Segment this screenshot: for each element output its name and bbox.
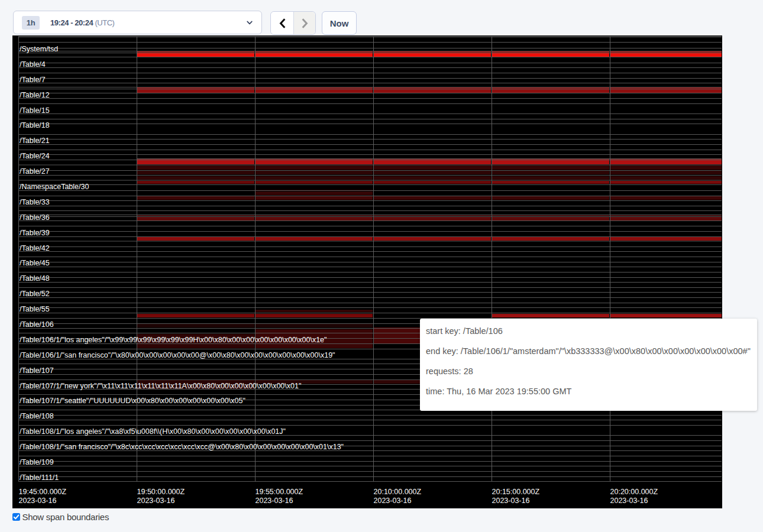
svg-text:/NamespaceTable/30: /NamespaceTable/30 bbox=[20, 183, 89, 191]
svg-text:/Table/42: /Table/42 bbox=[20, 244, 50, 252]
svg-text:/Table/108/1/"los angeles"/"\x: /Table/108/1/"los angeles"/"\xa8\xf5\u00… bbox=[20, 427, 286, 436]
svg-text:/Table/52: /Table/52 bbox=[20, 290, 50, 298]
svg-text:/Table/7: /Table/7 bbox=[20, 76, 46, 84]
svg-text:/Table/48: /Table/48 bbox=[20, 274, 50, 283]
svg-text:/Table/21: /Table/21 bbox=[20, 137, 50, 145]
svg-text:/Table/39: /Table/39 bbox=[20, 229, 50, 237]
svg-text:20:10:00.000Z: 20:10:00.000Z bbox=[374, 488, 422, 496]
svg-text:/Table/4: /Table/4 bbox=[20, 60, 46, 69]
svg-text:/Table/107: /Table/107 bbox=[20, 366, 54, 375]
svg-text:/Table/27: /Table/27 bbox=[20, 167, 50, 176]
svg-text:2023-03-16: 2023-03-16 bbox=[19, 497, 57, 505]
svg-text:/System/tsd: /System/tsd bbox=[20, 45, 58, 53]
svg-text:/Table/107/1/"seattle"/"UUUUUU: /Table/107/1/"seattle"/"UUUUUUD\x00\x80\… bbox=[20, 397, 245, 405]
svg-text:/Table/109: /Table/109 bbox=[20, 458, 54, 466]
svg-text:/Table/12: /Table/12 bbox=[20, 91, 50, 99]
svg-text:/Table/15: /Table/15 bbox=[20, 106, 50, 115]
svg-text:/Table/106/1/"los angeles"/"\x: /Table/106/1/"los angeles"/"\x99\x99\x99… bbox=[20, 336, 326, 344]
svg-text:2023-03-16: 2023-03-16 bbox=[137, 497, 175, 505]
svg-text:20:15:00.000Z: 20:15:00.000Z bbox=[492, 488, 540, 496]
svg-text:/Table/108/1/"san francisco"/": /Table/108/1/"san francisco"/"\x8c\xcc\x… bbox=[20, 443, 344, 451]
svg-text:2023-03-16: 2023-03-16 bbox=[256, 497, 293, 505]
svg-text:19:50:00.000Z: 19:50:00.000Z bbox=[137, 488, 185, 496]
svg-text:/Table/111/1: /Table/111/1 bbox=[20, 473, 59, 482]
svg-text:/Table/24: /Table/24 bbox=[20, 152, 50, 160]
svg-text:20:20:00.000Z: 20:20:00.000Z bbox=[610, 488, 658, 496]
svg-text:/Table/106: /Table/106 bbox=[20, 320, 54, 329]
svg-text:/Table/107/1/"new york"/"\x11\: /Table/107/1/"new york"/"\x11\x11\x11\x1… bbox=[20, 382, 301, 390]
svg-text:/Table/45: /Table/45 bbox=[20, 259, 50, 267]
svg-text:/Table/36: /Table/36 bbox=[20, 213, 50, 222]
svg-text:/Table/55: /Table/55 bbox=[20, 305, 50, 313]
svg-text:/Table/108: /Table/108 bbox=[20, 412, 54, 420]
svg-text:19:45:00.000Z: 19:45:00.000Z bbox=[19, 488, 67, 496]
svg-text:2023-03-16: 2023-03-16 bbox=[492, 497, 530, 505]
svg-text:19:55:00.000Z: 19:55:00.000Z bbox=[256, 488, 303, 496]
svg-text:/Table/33: /Table/33 bbox=[20, 198, 50, 206]
svg-text:/Table/18: /Table/18 bbox=[20, 121, 50, 129]
svg-text:2023-03-16: 2023-03-16 bbox=[610, 497, 648, 505]
svg-text:/Table/106/1/"san francisco"/": /Table/106/1/"san francisco"/"\x80\x00\x… bbox=[20, 351, 335, 359]
svg-text:2023-03-16: 2023-03-16 bbox=[374, 497, 412, 505]
